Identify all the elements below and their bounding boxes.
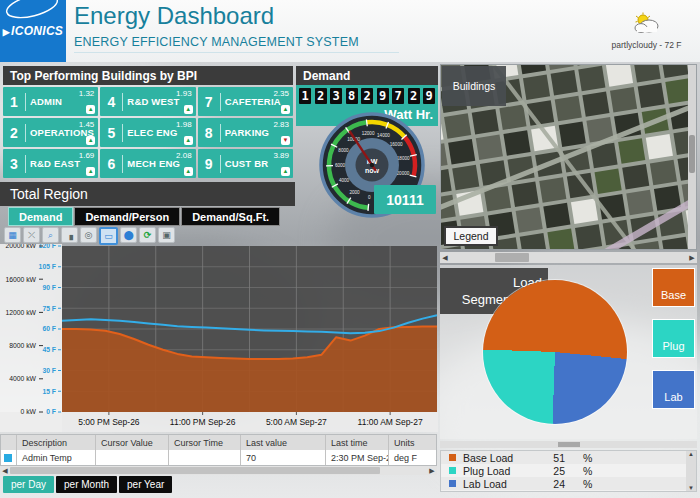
counter-digit: 2 <box>361 88 373 104</box>
svg-text:18000: 18000 <box>397 156 410 161</box>
counter-digits: 123829729 <box>299 88 435 104</box>
svg-text:4000 kW: 4000 kW <box>9 375 36 382</box>
series-swatch <box>449 480 456 487</box>
legend-button-plug[interactable]: Plug <box>652 319 695 358</box>
svg-text:15 F: 15 F <box>42 388 56 395</box>
series-swatch <box>449 454 456 461</box>
demand-title: Demand <box>296 66 438 85</box>
svg-text:45 F: 45 F <box>42 346 56 353</box>
load-segmentation-pie <box>483 280 627 424</box>
svg-text:11:00 AM Sep-27: 11:00 AM Sep-27 <box>358 417 423 427</box>
table-row[interactable]: Admin Temp 70 2:30 PM Sep-27 deg F <box>1 450 436 465</box>
svg-text:0: 0 <box>368 195 371 200</box>
counter-digit: 7 <box>392 88 404 104</box>
load-segmentation-panel: Load Segmentation Base Plug Lab <box>440 265 697 439</box>
counter-digit: 2 <box>408 88 420 104</box>
target-icon[interactable]: ◎ <box>80 227 97 243</box>
logo-text: ICONICS <box>11 24 63 38</box>
logo-arrow-icon: ▶ <box>3 27 10 37</box>
counter-digit: 9 <box>423 88 435 104</box>
svg-text:0 F: 0 F <box>46 408 56 415</box>
tab-per-year[interactable]: per Year <box>119 476 172 493</box>
svg-text:8000: 8000 <box>338 148 349 153</box>
map-buildings-dropdown[interactable]: Buildings <box>442 66 506 106</box>
load-vertical-scrollbar[interactable]: ▲▼ <box>686 451 696 491</box>
legend-button-lab[interactable]: Lab <box>652 370 695 409</box>
campus-map[interactable]: Buildings Legend <box>440 64 697 250</box>
building-tile-elec-eng[interactable]: 5ELEC ENG1.98▲ <box>100 118 195 147</box>
trend-icon[interactable]: ▗ <box>61 227 78 243</box>
chart-type-icon[interactable]: ▦ <box>4 227 21 243</box>
svg-text:0 kW: 0 kW <box>21 408 37 415</box>
pie-legend: Base Plug Lab <box>652 268 695 409</box>
chart-legend-table: Description Cursor Value Cursor Time Las… <box>0 434 437 466</box>
demand-trend-chart[interactable]: 0 F15 F30 F45 F60 F75 F90 F105 F120 F0 k… <box>0 244 438 432</box>
table-horizontal-scrollbar[interactable]: ◀ ▶ <box>0 466 437 475</box>
svg-text:11:00 PM Sep-26: 11:00 PM Sep-26 <box>170 417 236 427</box>
weather-widget: partlycloudy - 72 F <box>599 12 694 50</box>
svg-text:12000 kW: 12000 kW <box>5 309 36 316</box>
series-swatch <box>449 467 456 474</box>
svg-text:75 F: 75 F <box>42 305 56 312</box>
building-tile-rd-west[interactable]: 4R&D WEST1.93▲ <box>100 87 195 116</box>
svg-text:20000: 20000 <box>397 171 410 176</box>
scroll-left-icon[interactable]: ◀ <box>0 465 10 476</box>
save-icon[interactable]: ▣ <box>158 227 175 243</box>
tab-per-day[interactable]: per Day <box>3 476 54 493</box>
trend-up-icon: ▲ <box>86 167 95 176</box>
partly-cloudy-icon <box>632 12 662 34</box>
svg-text:8000 kW: 8000 kW <box>9 342 36 349</box>
zoom-icon[interactable]: ⌕ <box>42 227 59 243</box>
tab-per-month[interactable]: per Month <box>56 476 117 493</box>
map-legend-button[interactable]: Legend <box>444 226 498 246</box>
svg-text:20000 kW: 20000 kW <box>5 244 36 249</box>
energy-dashboard: ▶ICONICS Energy Dashboard ENERGY EFFICIE… <box>0 0 700 498</box>
panel-icon[interactable]: ▭ <box>99 227 118 245</box>
scroll-right-icon[interactable]: ▶ <box>427 465 437 476</box>
scrollbar-thumb[interactable] <box>495 253 529 262</box>
svg-text:5:00 PM Sep-26: 5:00 PM Sep-26 <box>78 417 140 427</box>
map-horizontal-scrollbar[interactable]: ◀ ▶ <box>440 252 697 263</box>
table-header-row: Description Cursor Value Cursor Time Las… <box>1 435 436 450</box>
zoom-xy-icon[interactable]: ⤫ <box>23 227 40 243</box>
scroll-right-icon[interactable]: ▶ <box>687 252 697 263</box>
iconics-logo: ▶ICONICS <box>0 0 66 62</box>
tab-demand-person[interactable]: Demand/Person <box>74 207 180 226</box>
building-tile-cust-br[interactable]: 9CUST BR3.89▲ <box>198 149 293 178</box>
total-region-tabs: Demand Demand/Person Demand/Sq.Ft. <box>8 207 280 226</box>
svg-text:6000: 6000 <box>335 163 346 168</box>
counter-digit: 3 <box>330 88 342 104</box>
building-tile-operations[interactable]: 2OPERATIONS1.45▲ <box>3 118 98 147</box>
trend-up-icon: ▲ <box>281 105 290 114</box>
comment-icon[interactable]: ⬤ <box>120 227 137 243</box>
table-row[interactable]: Plug Load 25 % <box>441 464 696 477</box>
counter-digit: 9 <box>377 88 389 104</box>
legend-button-base[interactable]: Base <box>652 268 695 307</box>
period-tabs: per Day per Month per Year <box>3 476 172 493</box>
scroll-left-icon[interactable]: ◀ <box>440 252 450 263</box>
trend-up-icon: ▲ <box>86 105 95 114</box>
building-tile-admin[interactable]: 1ADMIN1.32▲ <box>3 87 98 116</box>
trend-down-icon: ▼ <box>281 136 290 145</box>
building-tile-mech-eng[interactable]: 6MECH ENG2.08▲ <box>100 149 195 178</box>
map-vertical-scrollbar[interactable] <box>688 65 696 249</box>
refresh-icon[interactable]: ⟳ <box>139 227 156 243</box>
tab-demand[interactable]: Demand <box>8 207 73 226</box>
svg-text:5:00 AM Sep-27: 5:00 AM Sep-27 <box>266 417 327 427</box>
weather-label: partlycloudy - 72 F <box>599 40 694 50</box>
svg-text:14000: 14000 <box>377 133 390 138</box>
building-tile-cafeteria[interactable]: 7CAFETERIA2.35▲ <box>198 87 293 116</box>
table-row[interactable]: Base Load 51 % <box>441 451 696 464</box>
top-buildings-title: Top Performing Buildings by BPI <box>3 66 293 85</box>
table-row[interactable]: Lab Load 24 % <box>441 477 696 490</box>
load-horizontal-scrollbar[interactable] <box>440 441 697 448</box>
page-subtitle: ENERGY EFFICIENCY MANAGEMENT SYSTEM <box>74 35 399 53</box>
svg-text:16000: 16000 <box>390 142 403 147</box>
chart-toolbar: ▦ ⤫ ⌕ ▗ ◎ ▭ ⬤ ⟳ ▣ <box>4 227 175 243</box>
svg-text:120 F: 120 F <box>39 244 56 249</box>
total-region-title: Total Region <box>0 182 295 206</box>
building-tile-rd-east[interactable]: 3R&D EAST1.69▲ <box>3 149 98 178</box>
tab-demand-sqft[interactable]: Demand/Sq.Ft. <box>181 207 280 226</box>
scrollbar-thumb[interactable] <box>10 467 380 474</box>
building-tile-parking[interactable]: 8PARKING2.83▼ <box>198 118 293 147</box>
